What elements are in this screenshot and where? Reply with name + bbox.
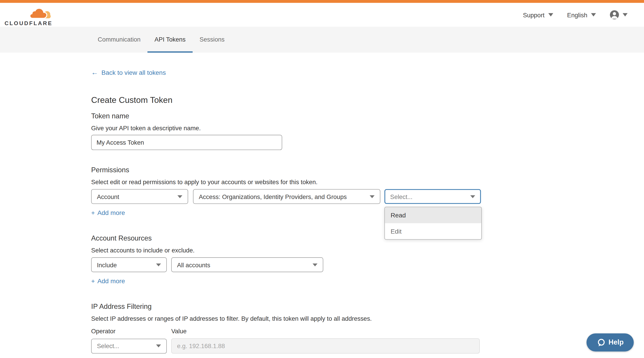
cloudflare-cloud-icon	[28, 7, 52, 19]
token-name-heading: Token name	[91, 112, 644, 121]
account-resources-heading: Account Resources	[91, 234, 644, 243]
plus-icon: +	[91, 209, 95, 217]
chevron-down-icon	[370, 195, 374, 198]
permissions-row: Account Access: Organizations, Identity …	[91, 189, 644, 204]
permission-resource-value: Access: Organizations, Identity Provider…	[199, 193, 347, 200]
account-mode-value: Include	[97, 261, 117, 268]
tab-api-tokens[interactable]: API Tokens	[148, 27, 192, 53]
account-resources-row: Include All accounts	[91, 257, 644, 272]
dropdown-option-read[interactable]: Read	[385, 207, 481, 223]
chevron-down-icon	[470, 195, 475, 198]
account-resources-add-more-link[interactable]: + Add more	[91, 277, 125, 285]
cloudflare-logo[interactable]: CLOUDFLARE	[4, 7, 52, 26]
value-label: Value	[171, 328, 186, 335]
ip-filtering-description: Select IP addresses or ranges of IP addr…	[91, 315, 644, 322]
ip-value-input[interactable]	[171, 338, 480, 353]
access-level-dropdown-menu: Read Edit	[384, 207, 482, 240]
dropdown-option-edit[interactable]: Edit	[385, 223, 481, 239]
page: CLOUDFLARE Support English	[0, 0, 644, 358]
language-menu-label: English	[567, 11, 587, 18]
chevron-down-icon	[591, 13, 596, 17]
permissions-description: Select edit or read permissions to apply…	[91, 178, 644, 186]
permissions-add-more-link[interactable]: + Add more	[91, 209, 125, 217]
chat-bubble-icon	[597, 338, 605, 346]
permission-resource-select[interactable]: Access: Organizations, Identity Provider…	[193, 189, 380, 204]
ip-filtering-row: Select...	[91, 338, 644, 353]
chevron-down-icon	[156, 344, 161, 347]
chevron-down-icon	[156, 263, 161, 266]
account-resources-description: Select accounts to include or exclude.	[91, 247, 644, 254]
ip-operator-select[interactable]: Select...	[91, 338, 167, 353]
language-menu[interactable]: English	[567, 11, 596, 18]
chevron-down-icon	[178, 195, 182, 198]
support-menu-label: Support	[523, 11, 544, 18]
permission-access-value: Select...	[390, 193, 412, 200]
permission-scope-value: Account	[97, 193, 119, 200]
help-button[interactable]: Help	[586, 333, 634, 351]
plus-icon: +	[91, 277, 95, 285]
permission-access-select[interactable]: Select...	[384, 189, 481, 204]
ip-filtering-labels: Operator Value	[91, 328, 644, 335]
permission-scope-select[interactable]: Account	[91, 189, 188, 204]
token-name-description: Give your API token a descriptive name.	[91, 125, 644, 132]
back-to-tokens-link[interactable]: ← Back to view all tokens	[91, 69, 166, 76]
account-scope-select[interactable]: All accounts	[171, 257, 323, 272]
permissions-heading: Permissions	[91, 166, 644, 174]
help-button-label: Help	[608, 338, 624, 346]
back-link-label: Back to view all tokens	[102, 69, 166, 76]
chevron-down-icon	[623, 13, 628, 17]
cloudflare-wordmark: CLOUDFLARE	[4, 20, 52, 26]
chevron-down-icon	[548, 13, 553, 17]
account-mode-select[interactable]: Include	[91, 257, 167, 272]
operator-label: Operator	[91, 328, 171, 335]
token-name-input[interactable]	[91, 135, 282, 150]
tab-communication[interactable]: Communication	[91, 27, 148, 53]
account-menu[interactable]	[610, 10, 628, 19]
header-menu: Support English	[523, 3, 628, 27]
user-avatar-icon	[610, 10, 619, 19]
account-resources-add-more-label: Add more	[98, 277, 125, 285]
profile-tabs: Communication API Tokens Sessions	[0, 27, 644, 53]
permissions-add-more-label: Add more	[98, 209, 125, 217]
chevron-down-icon	[312, 263, 318, 266]
page-title: Create Custom Token	[91, 95, 644, 105]
tab-sessions[interactable]: Sessions	[192, 27, 232, 53]
back-arrow-icon: ←	[91, 69, 98, 76]
top-header: CLOUDFLARE Support English	[0, 3, 644, 27]
support-menu[interactable]: Support	[523, 11, 553, 18]
ip-filtering-heading: IP Address Filtering	[91, 302, 644, 311]
ip-operator-value: Select...	[97, 342, 119, 349]
brand-accent-bar	[0, 0, 644, 3]
main-content: ← Back to view all tokens Create Custom …	[0, 53, 644, 353]
account-scope-value: All accounts	[177, 261, 210, 268]
